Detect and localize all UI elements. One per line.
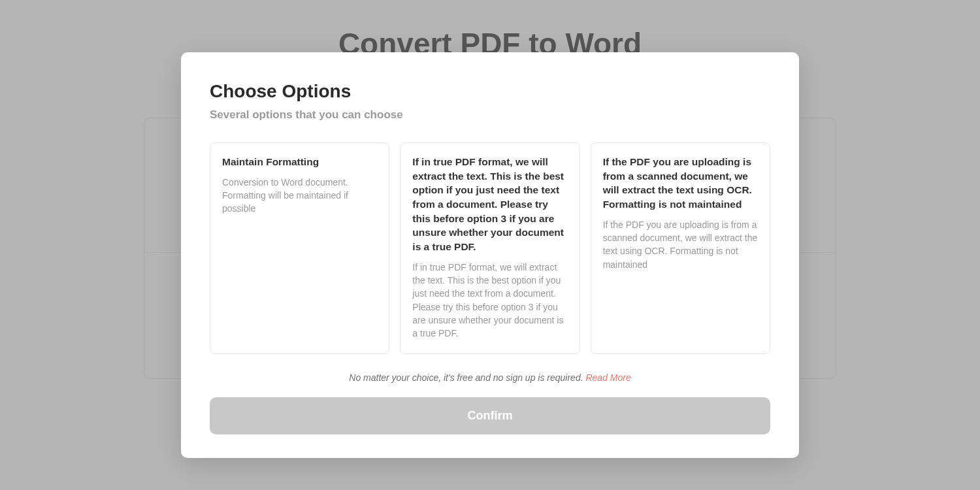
footer-note: No matter your choice, it's free and no … xyxy=(210,372,770,383)
option-card-maintain-formatting[interactable]: Maintain Formatting Conversion to Word d… xyxy=(210,142,389,354)
option-description: If the PDF you are uploading is from a s… xyxy=(603,218,758,271)
option-title: Maintain Formatting xyxy=(222,155,377,169)
option-title: If the PDF you are uploading is from a s… xyxy=(603,155,758,212)
options-row: Maintain Formatting Conversion to Word d… xyxy=(210,142,770,354)
confirm-button[interactable]: Confirm xyxy=(210,397,770,434)
modal-subtitle: Several options that you can choose xyxy=(210,108,770,122)
options-modal: Choose Options Several options that you … xyxy=(181,52,799,458)
option-card-extract-text[interactable]: If in true PDF format, we will extract t… xyxy=(400,142,580,354)
option-card-ocr[interactable]: If the PDF you are uploading is from a s… xyxy=(591,142,770,354)
modal-title: Choose Options xyxy=(210,81,770,102)
option-title: If in true PDF format, we will extract t… xyxy=(412,155,567,254)
option-description: If in true PDF format, we will extract t… xyxy=(412,261,567,340)
option-description: Conversion to Word document. Formatting … xyxy=(222,176,377,216)
read-more-link[interactable]: Read More xyxy=(585,372,630,383)
footer-note-text: No matter your choice, it's free and no … xyxy=(349,372,583,383)
